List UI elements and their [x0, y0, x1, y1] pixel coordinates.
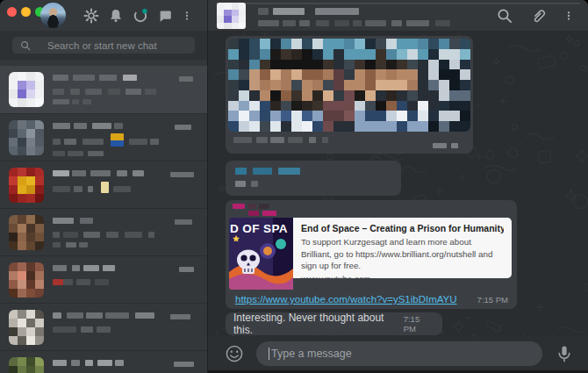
group-avatar[interactable]	[217, 3, 246, 29]
chat-avatar[interactable]	[9, 310, 44, 345]
blur-block	[53, 232, 60, 238]
photo-pixel	[333, 121, 344, 132]
message-blurred-link[interactable]	[226, 161, 401, 196]
photo-pixel	[439, 39, 449, 49]
blur-block	[353, 20, 362, 26]
chat-list-item[interactable]	[0, 66, 207, 113]
sidebar-header-icons	[83, 0, 192, 31]
photo-pixel	[428, 80, 439, 90]
photo-pixel	[376, 111, 386, 121]
blurred-chat-time	[170, 314, 197, 319]
avatar-pixel	[35, 336, 44, 345]
avatar-pixel	[18, 280, 26, 289]
chat-list-item[interactable]	[0, 255, 207, 303]
blur-block	[133, 170, 144, 176]
link-preview[interactable]: D OF SPA End of Space – Creating a Priso…	[229, 218, 512, 290]
avatar-pixel	[26, 241, 35, 250]
blurred-chat-name	[53, 312, 167, 319]
photo-pixel	[397, 69, 407, 80]
photo-pixel	[302, 111, 312, 121]
user-avatar[interactable]	[40, 3, 66, 28]
minimize-window-button[interactable]	[21, 7, 31, 17]
photo-pixel	[355, 121, 365, 132]
chat-header[interactable]	[208, 0, 588, 31]
photo-pixel	[355, 90, 365, 101]
chat-avatar[interactable]	[9, 120, 44, 155]
chat-avatar[interactable]	[9, 357, 44, 373]
avatar-pixel	[35, 224, 44, 233]
photo-pixel	[312, 80, 323, 90]
close-window-button[interactable]	[7, 7, 17, 17]
blur-block	[258, 20, 279, 26]
attach-paperclip-icon[interactable]	[530, 8, 546, 24]
notifications-bell-icon[interactable]	[108, 8, 124, 24]
chat-list-item[interactable]: Saras!	[0, 350, 207, 373]
message-input[interactable]: Type a message	[256, 341, 542, 366]
avatar-pixel	[35, 98, 44, 107]
menu-dots-icon[interactable]	[563, 8, 574, 24]
photo-pixel	[418, 90, 428, 101]
blur-block	[73, 75, 95, 81]
blur-block	[305, 11, 315, 12]
blurred-chat-time	[179, 76, 197, 82]
blur-block	[253, 168, 272, 175]
chat-panel: D OF SPA End of Space – Creating a Priso…	[208, 0, 588, 373]
photo-pixel	[418, 101, 428, 111]
blurred-photo[interactable]	[228, 39, 470, 132]
photo-pixel	[407, 80, 418, 90]
message-youtube-link[interactable]: D OF SPA End of Space – Creating a Priso…	[226, 200, 517, 309]
new-chat-icon[interactable]	[157, 8, 173, 24]
message-text[interactable]: Interesting. Never thought about this. 7…	[226, 312, 442, 335]
microphone-icon[interactable]	[555, 344, 574, 363]
photo-pixel	[418, 80, 428, 90]
search-input[interactable]: Search or start new chat	[12, 37, 195, 54]
photo-pixel	[355, 111, 365, 121]
blur-block	[79, 242, 88, 247]
blurred-chat-name	[53, 75, 167, 81]
chat-list-item[interactable]	[0, 161, 207, 208]
photo-pixel	[270, 80, 281, 90]
chat-avatar[interactable]	[9, 168, 44, 203]
blur-block	[278, 168, 300, 175]
photo-pixel	[249, 49, 260, 60]
link-preview-card[interactable]: End of Space – Creating a Prison for Hum…	[293, 218, 512, 278]
avatar-pixel	[9, 319, 18, 327]
menu-dots-icon[interactable]	[182, 8, 192, 24]
search-chat-icon[interactable]	[497, 8, 513, 24]
blur-block	[288, 137, 303, 143]
thumbnail-text: D OF SPA	[230, 222, 288, 235]
message-photo[interactable]	[226, 36, 473, 154]
youtube-link[interactable]: https://www.youtube.com/watch?v=yS1ibDIm…	[235, 294, 457, 305]
emoji-icon[interactable]	[225, 344, 244, 363]
photo-pixel	[270, 121, 281, 132]
blurred-chat-preview	[53, 326, 167, 333]
settings-gear-icon[interactable]	[83, 8, 99, 24]
chat-avatar[interactable]	[9, 262, 44, 298]
avatar-pixel	[35, 129, 44, 138]
photo-pixel	[428, 121, 439, 132]
photo-pixel	[302, 80, 312, 90]
chat-list-item[interactable]	[0, 303, 207, 350]
chat-list-item[interactable]	[0, 113, 207, 161]
avatar-pixel	[9, 168, 18, 176]
photo-pixel	[460, 39, 470, 49]
sync-badge-dot	[142, 9, 147, 13]
blur-block	[125, 89, 141, 95]
video-thumbnail[interactable]: D OF SPA	[229, 218, 293, 290]
avatar-pixel	[18, 357, 26, 366]
chat-avatar[interactable]	[9, 215, 44, 250]
photo-pixel	[281, 49, 291, 60]
avatar-pixel	[9, 194, 18, 203]
blurred-link-text	[235, 168, 401, 175]
chat-list-item[interactable]	[0, 208, 207, 255]
photo-pixel	[323, 111, 333, 121]
avatar-pixel	[18, 233, 26, 241]
blur-block	[248, 211, 259, 216]
blur-block	[92, 123, 111, 129]
avatar-pixel	[18, 319, 26, 327]
sync-status-icon[interactable]	[133, 8, 148, 24]
window-controls	[7, 7, 45, 17]
avatar-pixel	[9, 336, 18, 345]
photo-pixel	[449, 111, 460, 121]
chat-avatar[interactable]	[9, 72, 44, 107]
